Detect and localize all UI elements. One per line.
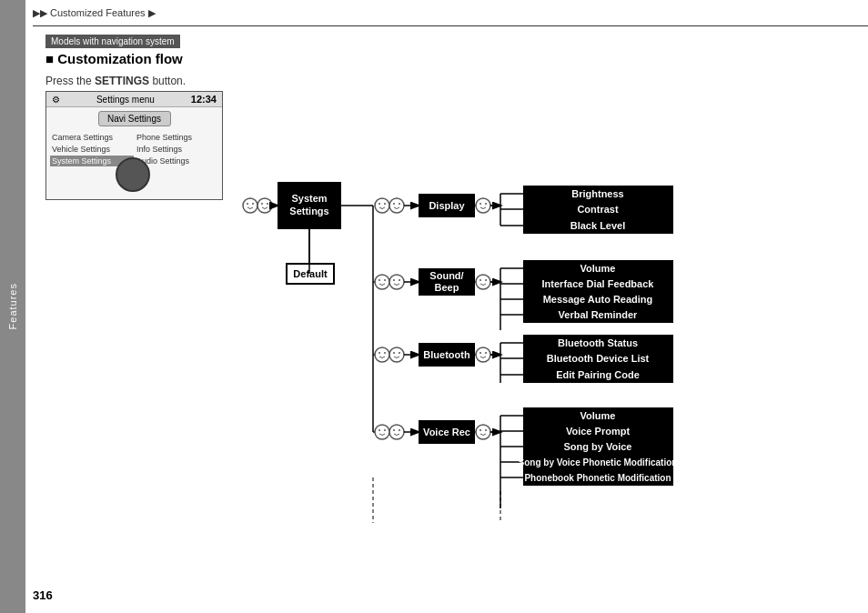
svg-point-20 bbox=[393, 203, 395, 205]
svg-point-8 bbox=[257, 198, 272, 213]
svg-text:Bluetooth Device List: Bluetooth Device List bbox=[547, 353, 650, 364]
menu-item-info[interactable]: Info Settings bbox=[135, 144, 218, 155]
menu-item-camera[interactable]: Camera Settings bbox=[50, 132, 134, 143]
svg-text:Default: Default bbox=[293, 268, 328, 279]
svg-point-99 bbox=[393, 429, 395, 431]
svg-text:Bluetooth Status: Bluetooth Status bbox=[558, 337, 638, 348]
svg-point-81 bbox=[479, 352, 481, 354]
svg-text:Beep: Beep bbox=[435, 282, 459, 293]
svg-point-70 bbox=[375, 347, 389, 362]
settings-menu: ⚙ Settings menu 12:34 Navi Settings Came… bbox=[45, 91, 223, 200]
navi-settings-button[interactable]: Navi Settings bbox=[98, 111, 171, 126]
svg-text:Sound/: Sound/ bbox=[429, 270, 463, 281]
svg-text:Brightness: Brightness bbox=[571, 188, 623, 199]
svg-point-97 bbox=[384, 429, 386, 431]
svg-text:Settings: Settings bbox=[289, 206, 328, 216]
svg-point-18 bbox=[384, 203, 386, 205]
svg-point-6 bbox=[247, 203, 248, 205]
svg-text:Voice Rec: Voice Rec bbox=[423, 427, 470, 437]
breadcrumb: ▶▶ Customized Features ▶ bbox=[33, 7, 156, 19]
menu-item-vehicle[interactable]: Vehicle Settings bbox=[50, 144, 134, 155]
svg-point-52 bbox=[476, 275, 490, 289]
svg-point-41 bbox=[375, 275, 389, 289]
menu-item-phone[interactable]: Phone Settings bbox=[135, 132, 218, 143]
svg-point-16 bbox=[375, 198, 389, 213]
top-divider bbox=[33, 25, 868, 26]
flow-diagram: System Settings Default Display bbox=[232, 86, 864, 532]
svg-point-5 bbox=[243, 198, 257, 213]
breadcrumb-arrow2: ▶ bbox=[148, 7, 156, 18]
svg-point-17 bbox=[378, 203, 380, 205]
breadcrumb-item: Customized Features bbox=[50, 7, 146, 18]
svg-point-72 bbox=[384, 352, 386, 354]
svg-point-71 bbox=[378, 352, 380, 354]
svg-point-42 bbox=[378, 279, 380, 281]
breadcrumb-arrow: ▶▶ bbox=[33, 7, 47, 18]
settings-menu-icon: ⚙ bbox=[52, 95, 60, 105]
models-badge: Models with navigation system bbox=[45, 35, 180, 48]
svg-point-82 bbox=[485, 352, 487, 354]
settings-menu-title: Settings menu bbox=[96, 95, 155, 105]
svg-text:System: System bbox=[291, 193, 327, 204]
svg-text:Song by Voice: Song by Voice bbox=[564, 441, 632, 452]
svg-point-98 bbox=[389, 425, 404, 439]
svg-text:Edit Pairing Code: Edit Pairing Code bbox=[556, 369, 640, 380]
svg-point-73 bbox=[389, 347, 404, 362]
svg-point-45 bbox=[393, 279, 395, 281]
svg-text:Volume: Volume bbox=[580, 410, 616, 421]
svg-text:Contrast: Contrast bbox=[577, 204, 619, 215]
svg-point-46 bbox=[399, 279, 400, 281]
svg-point-100 bbox=[399, 429, 400, 431]
svg-text:Bluetooth: Bluetooth bbox=[423, 349, 470, 360]
svg-text:Message Auto Reading: Message Auto Reading bbox=[543, 294, 653, 305]
svg-point-106 bbox=[479, 429, 481, 431]
svg-point-10 bbox=[267, 203, 268, 205]
svg-point-54 bbox=[485, 279, 487, 281]
svg-point-21 bbox=[399, 203, 400, 205]
svg-text:Verbal Reminder: Verbal Reminder bbox=[559, 309, 639, 320]
svg-text:Voice Prompt: Voice Prompt bbox=[566, 426, 630, 437]
sidebar-label: Features bbox=[7, 283, 18, 329]
svg-point-107 bbox=[485, 429, 487, 431]
svg-text:Interface Dial Feedback: Interface Dial Feedback bbox=[542, 278, 655, 289]
svg-point-96 bbox=[378, 429, 380, 431]
settings-menu-time: 12:34 bbox=[191, 94, 217, 105]
svg-point-74 bbox=[393, 352, 395, 354]
svg-point-95 bbox=[375, 425, 389, 439]
svg-point-44 bbox=[389, 275, 404, 289]
svg-point-7 bbox=[252, 203, 254, 205]
svg-point-105 bbox=[476, 425, 490, 439]
svg-text:Black Level: Black Level bbox=[570, 220, 626, 231]
svg-point-27 bbox=[479, 203, 481, 205]
svg-text:Display: Display bbox=[429, 200, 465, 211]
svg-point-80 bbox=[476, 347, 490, 362]
page-number: 316 bbox=[33, 588, 53, 602]
press-text: Press the SETTINGS button. bbox=[45, 75, 186, 87]
svg-point-19 bbox=[389, 198, 404, 213]
svg-text:Volume: Volume bbox=[580, 263, 616, 274]
settings-menu-header: ⚙ Settings menu 12:34 bbox=[46, 92, 222, 107]
svg-point-9 bbox=[261, 203, 263, 205]
svg-point-53 bbox=[479, 279, 481, 281]
svg-point-26 bbox=[476, 198, 490, 213]
svg-point-28 bbox=[485, 203, 487, 205]
section-title: Customization flow bbox=[45, 51, 183, 66]
svg-point-75 bbox=[399, 352, 400, 354]
dial-circle bbox=[116, 157, 150, 192]
sidebar: Features bbox=[0, 0, 25, 613]
svg-text:Song by Voice Phonetic Modific: Song by Voice Phonetic Modification bbox=[519, 457, 678, 467]
svg-point-43 bbox=[384, 279, 386, 281]
svg-text:Phonebook Phonetic Modificatio: Phonebook Phonetic Modification bbox=[524, 473, 671, 483]
